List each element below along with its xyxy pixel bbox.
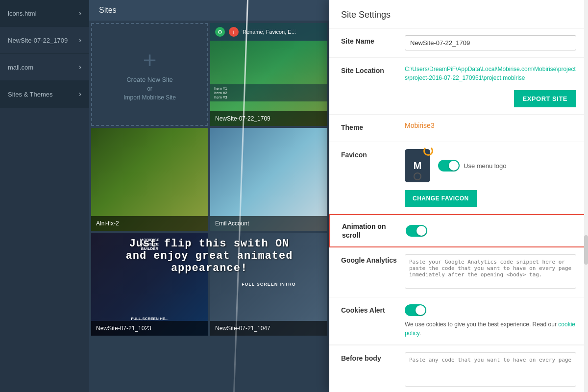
chevron-right-icon: ›: [79, 63, 81, 72]
site-thumb-newsite-1047[interactable]: FULL SCREEN INTRO NewSite-07-21_1047: [210, 233, 327, 336]
cookies-toggle-track: [405, 304, 426, 316]
animation-toggle-thumb: [416, 226, 426, 236]
or-text: or: [147, 85, 152, 92]
use-menu-logo-label: Use menu logo: [464, 162, 506, 170]
cookies-text: We use cookies to give you the best expe…: [405, 320, 576, 338]
theme-row: Theme Mobirise3: [329, 115, 588, 142]
site-name-value-container: [405, 35, 576, 50]
site-thumb-alni[interactable]: Alni-fix-2: [91, 128, 208, 231]
google-analytics-label: Google Analytics: [341, 254, 405, 264]
chevron-right-icon: ›: [79, 9, 81, 18]
toggle-track: [438, 160, 460, 172]
chevron-right-icon: ›: [79, 36, 81, 45]
gear-icon[interactable]: ⚙: [215, 27, 225, 37]
animation-label: Animation on scroll: [342, 222, 406, 240]
favicon-section: M Use menu logo CHANGE FAVICON: [405, 149, 576, 207]
site-name-label-4: NewSite-07-21_1023: [91, 321, 208, 336]
cookie-policy-link[interactable]: cookie policy: [405, 321, 575, 337]
rename-label: Rename, Favicon, E...: [243, 29, 296, 35]
site-location-label: Site Location: [341, 65, 405, 74]
scrollbar-track: [584, 0, 588, 392]
animation-on-scroll-row: Animation on scroll: [329, 214, 588, 247]
before-body-row: Before body: [329, 345, 588, 392]
site-location-value: C:\Users\DreamPiF\AppData\Local\Mobirise…: [405, 65, 576, 82]
create-new-site-button[interactable]: + Create New Site or Import Mobirise Sit…: [91, 23, 208, 126]
change-favicon-button[interactable]: CHANGE FAVICON: [405, 190, 477, 207]
sidebar-item-sites-themes[interactable]: Sites & Themes ›: [0, 81, 89, 108]
favicon-label: Favicon: [341, 149, 405, 159]
theme-label: Theme: [341, 122, 405, 131]
site-name-label-1: NewSite-07-22_1709: [210, 111, 327, 126]
site-thumb-newsite-1023[interactable]: MOBIRISEWEBSITEBUILDER FULL-SCREEN HE...…: [91, 233, 208, 336]
sidebar: icons.html › NewSite-07-22_1709 › mail.c…: [0, 0, 89, 392]
settings-panel: Site Settings Site Name Site Location C:…: [329, 0, 588, 392]
theme-name-text: Mobirise3: [405, 122, 435, 129]
use-menu-logo-section: Use menu logo: [438, 160, 506, 172]
favicon-spinner-icon: [423, 146, 433, 156]
theme-value: Mobirise3: [405, 122, 576, 129]
cookies-toggle-thumb: [416, 305, 425, 315]
favicon-row: Favicon M Use menu logo CHANGE FAVICON: [329, 142, 588, 214]
export-site-button[interactable]: EXPORT SITE: [514, 90, 576, 107]
favicon-phone-icon: M: [405, 149, 430, 182]
site-thumb-overlay-top: ⚙ i Rename, Favicon, E...: [210, 23, 327, 41]
create-new-site-label: Create New Site: [126, 76, 173, 83]
animation-toggle[interactable]: [406, 225, 427, 237]
sidebar-item-newsite-label: NewSite-07-22_1709: [8, 37, 79, 44]
plus-icon: +: [143, 49, 156, 72]
chevron-right-icon: ›: [79, 90, 81, 98]
use-menu-logo-toggle[interactable]: [438, 160, 460, 172]
sites-title: Sites: [99, 6, 117, 14]
main-content: Sites + Create New Site or Import Mobiri…: [89, 0, 329, 392]
cookies-alert-label: Cookies Alert: [341, 304, 405, 314]
before-body-label: Before body: [341, 352, 405, 362]
sidebar-item-mail-label: mail.com: [8, 64, 79, 71]
sidebar-item-themes-label: Sites & Themes: [8, 91, 79, 98]
favicon-value: M Use menu logo CHANGE FAVICON: [405, 149, 576, 207]
site-name-label: Site Name: [341, 35, 405, 45]
site-name-label-2: Alni-fix-2: [91, 216, 208, 231]
site-name-label-3: Emil Account: [210, 216, 327, 231]
site-location-path: C:\Users\DreamPiF\AppData\Local\Mobirise…: [405, 65, 576, 82]
info-icon[interactable]: i: [229, 27, 239, 37]
google-analytics-input[interactable]: [405, 254, 576, 289]
animation-toggle-track: [406, 225, 427, 237]
import-mobirise-label: Import Mobirise Site: [123, 94, 176, 101]
google-analytics-row: Google Analytics: [329, 247, 588, 297]
sidebar-item-newsite[interactable]: NewSite-07-22_1709 ›: [0, 27, 89, 54]
cookies-toggle[interactable]: [405, 304, 426, 316]
sidebar-item-icons-html[interactable]: icons.html ›: [0, 0, 89, 27]
site-thumb-emil[interactable]: Emil Account: [210, 128, 327, 231]
sites-header: Sites: [89, 0, 329, 21]
sidebar-item-mail[interactable]: mail.com ›: [0, 54, 89, 81]
before-body-input[interactable]: [405, 352, 576, 387]
scrollbar-thumb[interactable]: [584, 235, 588, 265]
toggle-thumb: [449, 161, 459, 171]
animation-toggle-container: [406, 225, 575, 237]
sites-grid: + Create New Site or Import Mobirise Sit…: [89, 21, 329, 338]
cookies-section: We use cookies to give you the best expe…: [405, 304, 576, 338]
site-name-input[interactable]: [405, 35, 576, 50]
settings-title: Site Settings: [329, 0, 588, 28]
site-name-row: Site Name: [329, 28, 588, 58]
site-location-row: Site Location C:\Users\DreamPiF\AppData\…: [329, 58, 588, 115]
google-analytics-value: [405, 254, 576, 290]
before-body-value: [405, 352, 576, 388]
sidebar-item-icons-label: icons.html: [8, 10, 79, 17]
site-thumb-newsite-1709[interactable]: MOBIRISE GIVES YOU Item #1 Item #2 Item …: [210, 23, 327, 126]
site-name-label-5: NewSite-07-21_1047: [210, 321, 327, 336]
cookies-alert-row: Cookies Alert We use cookies to give you…: [329, 297, 588, 345]
